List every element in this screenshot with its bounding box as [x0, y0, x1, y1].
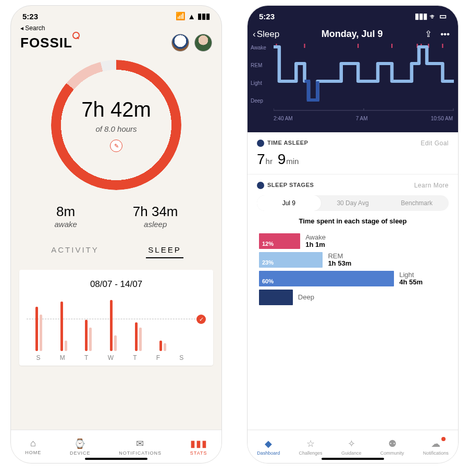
stage-bar: 12%	[259, 233, 300, 249]
stage-line	[274, 44, 454, 111]
tab-sleep[interactable]: SLEEP	[146, 242, 183, 258]
nav-stats[interactable]: ▮▮▮STATS	[190, 438, 207, 456]
back-button[interactable]: ‹Sleep	[253, 29, 279, 40]
asleep-value: 7h 34m	[133, 204, 178, 220]
chat-icon: ✉	[136, 438, 144, 449]
stage-bar: 60%	[259, 271, 394, 286]
stage-bar-label: Awake1h 1m	[305, 234, 326, 249]
week-chart: ✓ SMTWTFS	[27, 299, 206, 361]
nav-notifications[interactable]: ☁Notifications	[423, 438, 449, 456]
fossil-phone: 5:23 📶 ▲ ▮▮▮ ◂ Search FOSSIL 7h 42m of 8…	[10, 5, 222, 464]
stage-bar-label: Light4h 55m	[399, 271, 423, 286]
time-asleep-heading: TIME ASLEEP	[267, 140, 308, 146]
nav-notifications[interactable]: ✉NOTIFICATIONS	[119, 438, 162, 456]
day-col	[110, 299, 117, 351]
day-col	[159, 299, 166, 351]
status-time: 5:23	[22, 12, 38, 21]
q-icon	[72, 32, 80, 39]
date-range: 08/07 - 14/07	[27, 279, 206, 290]
fitbit-phone: 5:23 ▮▮▮ ᯤ ▭ ‹Sleep Monday, Jul 9 ⇪ ••• …	[247, 5, 459, 464]
day-label: S	[36, 354, 41, 361]
page-title: Monday, Jul 9	[322, 29, 383, 40]
stage-bar-label: Deep	[298, 294, 314, 301]
stage-bar-row: Deep	[259, 290, 447, 305]
sleep-stages-heading: SLEEP STAGES	[267, 182, 314, 188]
more-icon[interactable]: •••	[440, 29, 450, 40]
learn-more-link[interactable]: Learn More	[414, 182, 449, 189]
clock-icon	[257, 140, 264, 147]
time-asleep-value: 7hr 9min	[257, 151, 449, 168]
nav-device[interactable]: ⌚DEVICE	[70, 438, 91, 456]
sleep-stages-card: SLEEP STAGES Learn More Jul 9 30 Day Avg…	[248, 174, 458, 311]
seg-today[interactable]: Jul 9	[257, 195, 321, 211]
awake-label: awake	[54, 220, 77, 229]
watch-icon: ⌚	[74, 438, 86, 449]
xaxis-end: 10:50 AM	[431, 116, 453, 121]
status-bar: 5:23 ▮▮▮ ᯤ ▭	[248, 6, 458, 27]
home-indicator[interactable]	[85, 458, 147, 460]
battery-icon: ▭	[439, 11, 447, 21]
status-bar: 5:23 📶 ▲ ▮▮▮	[11, 6, 221, 27]
star-icon: ☆	[306, 438, 315, 449]
day-col	[35, 299, 42, 351]
nav-home[interactable]: ⌂HOME	[25, 438, 41, 455]
stage-bar-row: 60%Light4h 55m	[259, 271, 447, 286]
battery-icon: ▮▮▮	[198, 11, 210, 21]
notification-badge	[441, 437, 446, 441]
stats-icon: ▮▮▮	[190, 438, 207, 449]
xaxis-mid: 7 AM	[356, 116, 368, 121]
day-label: T	[133, 354, 137, 361]
day-label: W	[108, 354, 114, 361]
seg-benchmark[interactable]: Benchmark	[385, 195, 449, 211]
stage-bar-row: 23%REM1h 53m	[259, 252, 447, 268]
edit-goal-button[interactable]: ✎	[110, 140, 122, 152]
stage-bar-row: 12%Awake1h 1m	[259, 233, 447, 249]
seg-30day[interactable]: 30 Day Avg	[321, 195, 385, 211]
day-label: S	[179, 354, 183, 361]
day-label: F	[156, 354, 160, 361]
people-icon: ⚉	[388, 438, 397, 449]
day-col	[135, 299, 142, 351]
status-time: 5:23	[259, 12, 275, 21]
home-icon: ⌂	[30, 438, 36, 449]
stage-bar-label: REM1h 53m	[328, 253, 351, 268]
nav-guidance[interactable]: ✧Guidance	[341, 438, 362, 456]
sleep-progress-ring: 7h 42m of 8.0 hours ✎	[51, 60, 181, 190]
week-card[interactable]: 08/07 - 14/07 ✓ SMTWTFS	[19, 270, 213, 366]
edit-goal-link[interactable]: Edit Goal	[421, 140, 449, 147]
day-col	[60, 299, 67, 351]
asleep-label: asleep	[133, 220, 178, 229]
moon-icon	[257, 182, 264, 189]
tab-activity[interactable]: ACTIVITY	[49, 242, 101, 258]
sleep-total: 7h 42m	[81, 98, 151, 121]
top-bar: FOSSIL	[11, 32, 221, 52]
wifi-icon: ᯤ	[429, 12, 437, 21]
profile-avatar[interactable]	[194, 34, 212, 52]
stage-bar: 23%	[259, 252, 323, 268]
signal-icon: ▮▮▮	[415, 11, 427, 21]
status-right: 📶 ▲ ▮▮▮	[176, 11, 210, 21]
nav-community[interactable]: ⚉Community	[380, 438, 404, 456]
signal-icon: 📶	[176, 11, 186, 21]
nav-dashboard[interactable]: ◆Dashboard	[257, 438, 280, 456]
day-label: T	[84, 354, 88, 361]
brand-logo: FOSSIL	[20, 35, 72, 51]
time-asleep-card: TIME ASLEEP Edit Goal 7hr 9min	[248, 132, 458, 174]
device-avatar[interactable]	[171, 34, 189, 52]
bell-icon: ☁	[431, 438, 440, 449]
sleep-stage-chart[interactable]: Awake REM Light Deep	[248, 44, 458, 132]
compass-icon: ✧	[348, 438, 355, 449]
nav-challenges[interactable]: ☆Challenges	[299, 438, 323, 456]
wifi-icon: ▲	[188, 12, 195, 21]
awake-stat: 8m awake	[54, 204, 77, 229]
nav-bar: ‹Sleep Monday, Jul 9 ⇪ •••	[248, 27, 458, 44]
back-to-search[interactable]: ◂ Search	[11, 24, 221, 32]
stage-bar	[259, 290, 293, 305]
day-label: M	[60, 354, 65, 361]
awake-value: 8m	[54, 204, 77, 220]
ylabel-deep: Deep	[251, 98, 263, 104]
home-indicator[interactable]	[322, 458, 384, 460]
status-right: ▮▮▮ ᯤ ▭	[415, 11, 447, 21]
share-icon[interactable]: ⇪	[425, 29, 432, 40]
segment-control: Jul 9 30 Day Avg Benchmark	[257, 195, 449, 211]
